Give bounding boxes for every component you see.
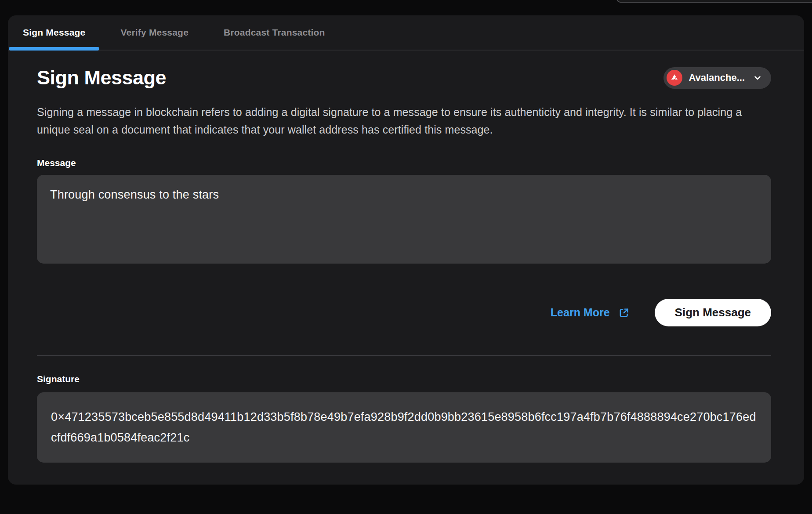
- sign-message-card: Sign Message Verify Message Broadcast Tr…: [8, 15, 804, 485]
- page-title: Sign Message: [37, 66, 166, 89]
- tab-sign-message-label: Sign Message: [23, 27, 85, 38]
- network-selector-label: Avalanche...: [689, 72, 745, 83]
- signature-output: 0×471235573bceb5e855d8d49411b12d33b5f8b7…: [37, 392, 771, 463]
- message-label: Message: [37, 158, 771, 168]
- page-background: { "colors": { "accent_blue": "#3f9ff1", …: [0, 0, 812, 514]
- description-text: Signing a message in blockchain refers t…: [37, 103, 764, 138]
- actions-row: Learn More Sign Message: [37, 299, 771, 326]
- external-link-icon: [618, 307, 630, 319]
- top-right-panel-edge: [616, 0, 812, 3]
- tab-broadcast-transaction-label: Broadcast Transaction: [224, 27, 325, 38]
- learn-more-label: Learn More: [551, 306, 610, 319]
- tab-bar: Sign Message Verify Message Broadcast Tr…: [8, 15, 804, 51]
- sign-message-button[interactable]: Sign Message: [655, 299, 771, 326]
- tab-sign-message[interactable]: Sign Message: [9, 15, 99, 50]
- tab-broadcast-transaction[interactable]: Broadcast Transaction: [210, 15, 339, 50]
- message-input[interactable]: Through consensus to the stars: [37, 175, 771, 264]
- section-divider: [37, 355, 771, 356]
- header-row: Sign Message Avalanche...: [37, 66, 771, 89]
- signature-label: Signature: [37, 374, 771, 384]
- learn-more-link[interactable]: Learn More: [551, 306, 630, 319]
- tab-verify-message[interactable]: Verify Message: [106, 15, 203, 50]
- chevron-down-icon: [753, 73, 762, 83]
- avalanche-logo-icon: [667, 70, 682, 86]
- network-selector[interactable]: Avalanche...: [663, 67, 771, 89]
- tab-verify-message-label: Verify Message: [120, 27, 188, 38]
- card-content: Sign Message Avalanche... Signing a mess…: [8, 66, 804, 463]
